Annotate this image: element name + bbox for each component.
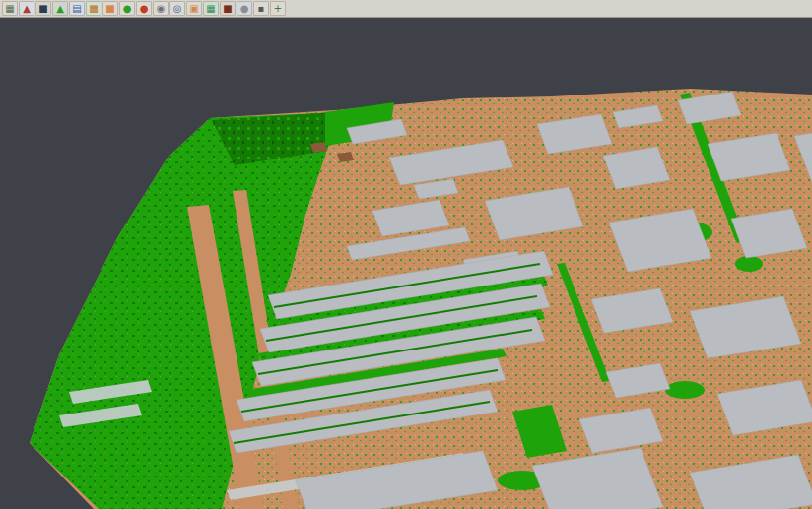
plus-icon[interactable]: + <box>270 1 286 16</box>
orange-frame-icon[interactable]: ▣ <box>186 1 202 16</box>
globe-icon[interactable]: ● <box>237 1 252 16</box>
grid-icon[interactable]: ▦ <box>2 1 18 16</box>
target-icon[interactable]: ◎ <box>169 1 185 16</box>
scene-3d-view <box>0 18 812 509</box>
dark-square-icon[interactable]: ■ <box>35 1 51 16</box>
red-sphere-icon[interactable]: ● <box>136 1 152 16</box>
green-sphere-icon[interactable]: ● <box>119 1 135 16</box>
viewport-3d[interactable] <box>0 18 812 509</box>
colormap-icon[interactable]: ▩ <box>86 1 102 16</box>
orange-tile-icon[interactable]: ■ <box>102 1 118 16</box>
blue-layers-icon[interactable]: ▤ <box>69 1 85 16</box>
toolbar: ▦ ▲ ■ ▲ ▤ ▩ ■ ● ● ◉ ◎ ▣ <box>0 0 812 18</box>
terrain-icon[interactable]: ▲ <box>52 1 68 16</box>
green-grid-icon[interactable]: ▦ <box>203 1 219 16</box>
red-triangle-icon[interactable]: ▲ <box>19 1 34 16</box>
application-window: ▦ ▲ ■ ▲ ▤ ▩ ■ ● ● ◉ ◎ ▣ <box>0 0 812 509</box>
dark-red-square-icon[interactable]: ■ <box>220 1 236 16</box>
gray-dot-icon[interactable]: ▪ <box>253 1 269 16</box>
gear-icon[interactable]: ◉ <box>153 1 169 16</box>
